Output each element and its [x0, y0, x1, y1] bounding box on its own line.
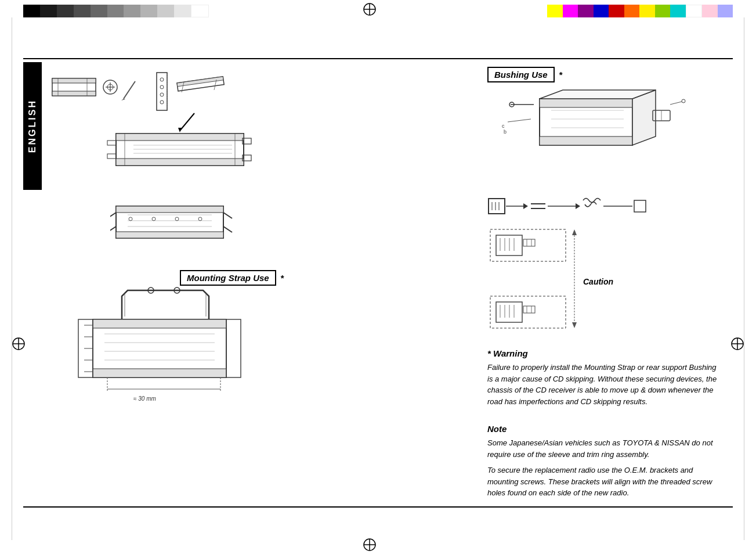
- svg-rect-74: [226, 319, 241, 377]
- svg-point-57: [129, 217, 132, 221]
- note-title: Note: [487, 424, 719, 434]
- tabs-bent-illus: [110, 197, 238, 261]
- adjustment-diagram: Caution: [487, 226, 638, 343]
- note-body2: To secure the replacement radio use the …: [487, 465, 719, 499]
- svg-point-25: [160, 85, 164, 89]
- svg-line-21: [124, 81, 135, 99]
- note-section: Note Some Japanese/Asian vehicles such a…: [487, 424, 719, 499]
- svg-line-95: [508, 119, 531, 122]
- svg-marker-88: [632, 90, 656, 145]
- reg-mark-right-mid: [730, 337, 744, 351]
- side-line-right: [744, 17, 744, 540]
- parts-row: [49, 67, 258, 116]
- svg-rect-23: [157, 73, 167, 110]
- svg-point-24: [160, 78, 164, 81]
- svg-text:≈ 30 mm: ≈ 30 mm: [133, 395, 156, 402]
- note-body1: Some Japanese/Asian vehicles such as TOY…: [487, 437, 719, 460]
- svg-rect-49: [116, 232, 223, 238]
- warning-section: * Warning Failure to properly install th…: [487, 348, 719, 407]
- svg-rect-118: [523, 239, 535, 246]
- mounting-strap-title: Mounting Strap Use: [180, 270, 276, 286]
- bushing-illus: c b: [499, 87, 696, 180]
- svg-marker-132: [572, 322, 577, 328]
- color-bar-left: [23, 5, 209, 17]
- svg-rect-30: [177, 77, 223, 87]
- svg-marker-109: [576, 203, 580, 209]
- svg-rect-36: [116, 134, 244, 141]
- svg-line-55: [223, 213, 232, 218]
- language-label: ENGLISH: [27, 99, 38, 153]
- bushing-title: Bushing Use: [487, 67, 555, 82]
- svg-rect-111: [634, 200, 646, 212]
- svg-rect-87: [540, 136, 632, 145]
- mounting-strap-label: Mounting Strap Use *: [180, 270, 284, 286]
- reg-mark-bottom-center: [363, 538, 377, 552]
- svg-rect-14: [52, 91, 96, 96]
- connector-diagram: [487, 192, 673, 221]
- warning-title: * Warning: [487, 348, 719, 358]
- bushing-use-label: Bushing Use *: [487, 67, 563, 82]
- svg-line-53: [110, 213, 116, 218]
- mounting-strap-asterisk: *: [281, 273, 284, 283]
- sleeve-install-illus: [104, 110, 255, 186]
- svg-rect-48: [116, 206, 223, 213]
- bushing-asterisk: *: [559, 70, 563, 80]
- reg-mark-left-mid: [12, 337, 26, 351]
- svg-rect-127: [523, 306, 535, 313]
- svg-line-56: [223, 226, 232, 232]
- svg-text:Caution: Caution: [583, 277, 613, 286]
- svg-point-59: [175, 217, 179, 221]
- color-bar-right: [547, 5, 733, 17]
- bottom-rule: [23, 506, 733, 508]
- svg-text:b: b: [504, 129, 507, 135]
- side-line-left: [12, 17, 12, 540]
- svg-marker-22: [121, 99, 125, 100]
- svg-line-33: [180, 113, 194, 131]
- svg-marker-131: [572, 229, 577, 235]
- svg-text:c: c: [502, 123, 505, 129]
- top-rule: [23, 58, 733, 59]
- svg-rect-86: [540, 99, 632, 107]
- mounting-strap-illus: ≈ 30 mm: [75, 285, 255, 418]
- svg-point-27: [160, 100, 164, 104]
- svg-rect-63: [93, 369, 226, 377]
- svg-marker-105: [523, 203, 528, 209]
- svg-rect-112: [490, 229, 566, 261]
- svg-point-60: [198, 217, 202, 221]
- language-bar: ENGLISH: [23, 62, 42, 190]
- svg-rect-13: [52, 78, 96, 83]
- svg-point-26: [160, 93, 164, 96]
- svg-rect-62: [93, 319, 226, 328]
- reg-mark-top-center: [363, 2, 377, 16]
- svg-rect-43: [107, 154, 116, 159]
- svg-rect-37: [116, 159, 244, 166]
- svg-line-98: [670, 102, 682, 105]
- svg-rect-100: [489, 199, 505, 214]
- svg-rect-42: [107, 141, 116, 145]
- warning-body: Failure to properly install the Mounting…: [487, 362, 719, 407]
- svg-line-54: [110, 226, 116, 232]
- svg-rect-121: [490, 296, 566, 328]
- svg-point-58: [152, 217, 155, 221]
- svg-point-99: [682, 99, 685, 103]
